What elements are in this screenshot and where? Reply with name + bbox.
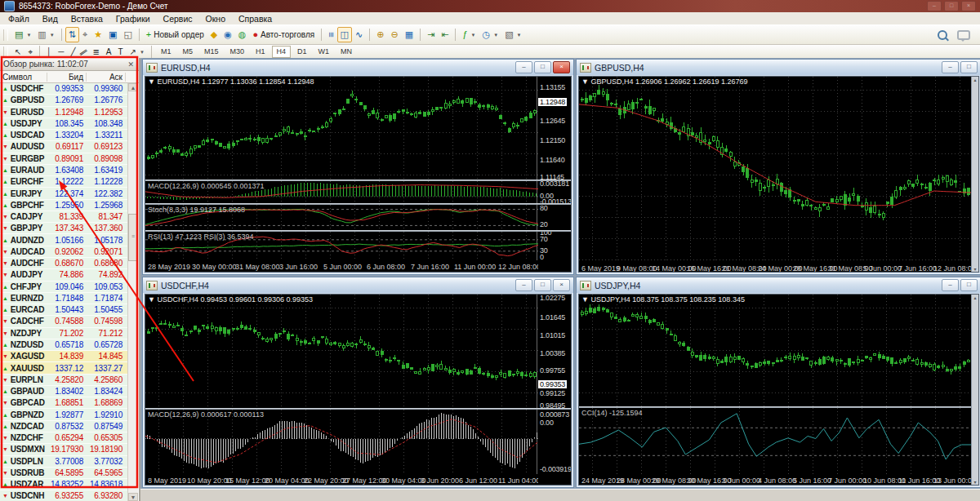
indicator-pane[interactable]: RSI(13) 47.1223 RSI(3) 36.5394 — [145, 232, 538, 260]
market-row-gbpnzd[interactable]: ▲GBPNZD1.928771.92910 — [0, 409, 127, 420]
column-header-symbol[interactable]: Символ — [0, 73, 47, 82]
window-titlebar[interactable]: 8654373: RoboForex-Demo - Демо Счет –□× — [0, 0, 980, 12]
market-row-gbpcad[interactable]: ▼GBPCAD1.688511.68869 — [0, 397, 127, 409]
market-watch-scrollbar[interactable]: ▲ ≡ ▼ — [127, 83, 138, 501]
indicator-pane[interactable]: MACD(12,26,9) 0.000545 0.001371 — [145, 181, 538, 203]
market-row-audcad[interactable]: ▼AUDCAD0.920620.92071 — [0, 246, 127, 258]
indicator-pane[interactable]: CCI(14) -125.1594 — [579, 408, 973, 474]
price-pane[interactable]: ▼ USDJPY,H4 108.375 108.375 108.235 108.… — [579, 295, 973, 406]
price-pane[interactable]: ▼ EURUSD,H4 1.12977 1.13036 1.12854 1.12… — [145, 77, 538, 180]
mql-community-button[interactable]: ◉ — [220, 27, 235, 42]
menu-item-help[interactable]: Справка — [232, 13, 278, 24]
close-chart-button[interactable]: × — [553, 61, 570, 73]
market-row-gbpusd[interactable]: ▲GBPUSD1.267691.26776 — [0, 95, 127, 106]
data-window-button[interactable]: ⌖ — [79, 27, 91, 42]
line-chart-button[interactable]: ∿ — [352, 27, 366, 42]
market-row-euraud[interactable]: ▲EURAUD1.634081.63419 — [0, 165, 127, 176]
market-row-nzdcad[interactable]: ▲NZDCAD0.875320.87549 — [0, 421, 127, 432]
market-row-usdzar[interactable]: ▲USDZAR14.8325214.83618 — [0, 479, 127, 490]
toolbar-drag-handle[interactable] — [3, 29, 8, 41]
candlestick-chart-button[interactable]: ◫ — [337, 27, 352, 42]
market-row-gbpjpy[interactable]: ▼GBPJPY137.343137.360 — [0, 223, 127, 234]
search-icon[interactable] — [938, 30, 947, 40]
chart-area[interactable]: ▼ USDJPY,H4 108.375 108.375 108.235 108.… — [578, 294, 979, 485]
templates-button[interactable]: ▧▼ — [501, 27, 524, 42]
timeframe-m30[interactable]: M30 — [225, 46, 249, 58]
restore-chart-button[interactable]: □ — [534, 61, 551, 73]
timeframe-m15[interactable]: M15 — [199, 46, 224, 58]
chart-window-usdjpy[interactable]: USDJPY,H4–□▼ USDJPY,H4 108.375 108.375 1… — [576, 277, 980, 488]
zoom-out-button[interactable]: ⊖ — [387, 27, 401, 42]
navigator-button[interactable]: ★ — [91, 27, 105, 42]
restore-chart-button[interactable]: □ — [534, 279, 551, 291]
periods-button[interactable]: ◷▼ — [479, 27, 502, 42]
chart-area[interactable]: ▼ GBPUSD,H4 1.26906 1.26962 1.26619 1.26… — [578, 76, 979, 273]
chart-window-titlebar[interactable]: EURUSD,H4–□× — [143, 60, 573, 75]
metaeditor-button[interactable]: ◆ — [207, 27, 220, 42]
column-header-bid[interactable]: Бид — [47, 73, 87, 82]
terminal-button[interactable]: ▣ — [105, 27, 120, 42]
timeframe-h1[interactable]: H1 — [251, 46, 270, 58]
market-row-xauusd[interactable]: ▲XAUUSD1337.121337.27 — [0, 362, 127, 374]
chart-window-gbpusd[interactable]: GBPUSD,H4–□▼ GBPUSD,H4 1.26906 1.26962 1… — [576, 59, 980, 275]
timeframe-m1[interactable]: M1 — [156, 46, 176, 58]
market-watch-toggle-button[interactable]: ⇅ — [65, 27, 79, 42]
timeframe-m5[interactable]: M5 — [177, 46, 198, 58]
market-news-button[interactable]: ◍ — [235, 27, 250, 42]
maximize-window-icon[interactable]: □ — [944, 1, 959, 11]
minimize-chart-button[interactable]: – — [515, 279, 532, 291]
menu-item-window[interactable]: Окно — [199, 13, 232, 24]
chart-area[interactable]: 1.022751.016451.010151.003850.997550.993… — [145, 294, 572, 485]
indicator-pane[interactable]: MACD(12,26,9) 0.000617 0.000113 — [145, 410, 538, 474]
market-row-eurpln[interactable]: ▼EURPLN4.258204.25860 — [0, 375, 127, 386]
market-row-xagusd[interactable]: ▼XAGUSD14.83914.845 — [0, 351, 127, 362]
timeframe-mn[interactable]: MN — [336, 46, 357, 58]
restore-chart-button[interactable]: □ — [960, 279, 978, 291]
market-row-eurchf[interactable]: ▲EURCHF1.122221.12228 — [0, 176, 127, 188]
chat-icon[interactable] — [957, 30, 970, 40]
close-window-icon[interactable]: × — [961, 1, 976, 11]
market-row-nzdjpy[interactable]: ▼NZDJPY71.20271.212 — [0, 328, 127, 339]
market-row-eurusd[interactable]: ▼EURUSD1.129481.12953 — [0, 107, 127, 118]
profiles-button[interactable]: ▥▼ — [34, 27, 57, 42]
price-pane[interactable]: ▼ USDCHF,H4 0.99453 0.99601 0.99306 0.99… — [145, 295, 538, 408]
menu-item-file[interactable]: Файл — [2, 13, 36, 24]
menu-item-view[interactable]: Вид — [36, 13, 65, 24]
market-row-cadchf[interactable]: ▼CADCHF0.745880.74598 — [0, 316, 127, 327]
chart-window-eurusd[interactable]: EURUSD,H4–□×1.131551.129481.126451.12150… — [142, 59, 574, 275]
market-row-usdjpy[interactable]: ▲USDJPY108.345108.348 — [0, 118, 127, 130]
market-row-eurcad[interactable]: ▲EURCAD1.504431.50455 — [0, 304, 127, 316]
market-row-audchf[interactable]: ▼AUDCHF0.686700.68680 — [0, 258, 127, 269]
chart-window-titlebar[interactable]: USDJPY,H4–□ — [577, 277, 980, 293]
toolbar-drag-handle[interactable] — [3, 47, 8, 58]
market-row-usdmxn[interactable]: ▼USDMXN19.1793019.18190 — [0, 444, 127, 455]
scroll-down-icon[interactable]: ▼ — [128, 493, 138, 501]
tile-windows-button[interactable]: ▦ — [402, 27, 416, 42]
strategy-tester-button[interactable]: ◱ — [120, 27, 135, 42]
market-row-usdpln[interactable]: ▲USDPLN3.770083.77032 — [0, 456, 127, 468]
scroll-up-icon[interactable]: ▲ — [128, 83, 138, 91]
minimize-chart-button[interactable]: – — [942, 61, 959, 73]
chart-area[interactable]: 1.131551.129481.126451.121501.116401.111… — [145, 76, 572, 273]
minimize-chart-button[interactable]: – — [515, 61, 532, 73]
price-pane[interactable]: ▼ GBPUSD,H4 1.26906 1.26962 1.26619 1.26… — [579, 77, 973, 262]
chart-shift-button[interactable]: ⇤ — [438, 27, 452, 42]
restore-chart-button[interactable]: □ — [960, 61, 978, 73]
menu-item-service[interactable]: Сервис — [157, 13, 199, 24]
market-watch-titlebar[interactable]: Обзор рынка: 11:02:07 ✕ — [0, 58, 139, 71]
market-row-audusd[interactable]: ▼AUDUSD0.691170.69123 — [0, 141, 127, 153]
close-panel-icon[interactable]: ✕ — [126, 60, 136, 69]
bars-chart-button[interactable]: ≡ — [325, 27, 336, 42]
minimize-chart-button[interactable]: – — [942, 279, 959, 291]
indicator-pane[interactable]: Stoch(8,3,3) 19.9127 15.8068 — [145, 205, 538, 230]
market-row-usdrub[interactable]: ▼USDRUB64.589564.5965 — [0, 468, 127, 479]
new-order-button[interactable]: +Новый ордер — [143, 27, 207, 42]
market-row-usdchf[interactable]: ▲USDCHF0.993530.99360 — [0, 83, 127, 95]
market-row-chfjpy[interactable]: ▲CHFJPY109.046109.053 — [0, 282, 127, 293]
close-chart-button[interactable]: × — [553, 279, 570, 291]
market-row-eurgbp[interactable]: ▼EURGBP0.890910.89098 — [0, 153, 127, 165]
market-row-audnzd[interactable]: ▲AUDNZD1.051661.05178 — [0, 234, 127, 246]
market-row-gbpaud[interactable]: ▲GBPAUD1.834021.83424 — [0, 386, 127, 397]
indicators-button[interactable]: ƒ▼ — [459, 27, 479, 42]
chart-window-titlebar[interactable]: USDCHF,H4–□× — [143, 277, 573, 293]
